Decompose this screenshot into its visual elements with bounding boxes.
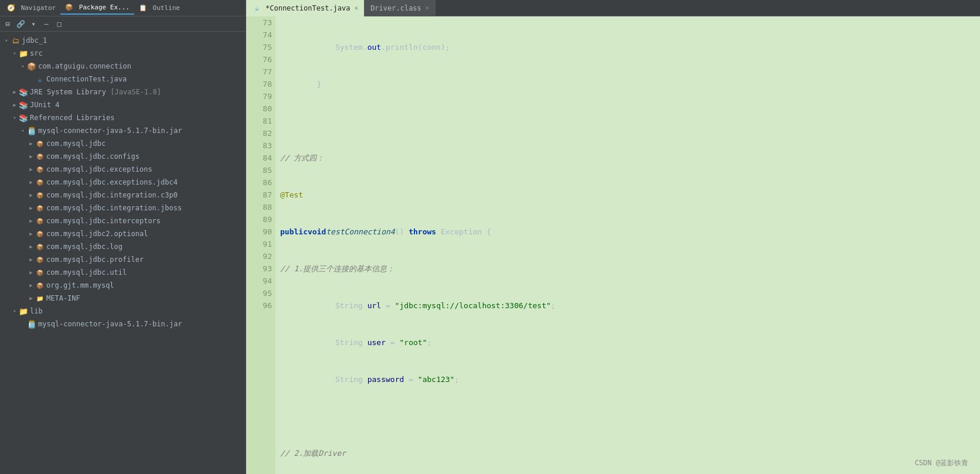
tab-navigator[interactable]: 🧭 Navigator (2, 2, 60, 14)
tree-item-pkg12[interactable]: ▶ 📦 org.gjt.mm.mysql (0, 279, 246, 292)
pkg9-icon: 📦 (35, 242, 45, 251)
minimize-button[interactable]: — (41, 19, 52, 29)
tab-package-explorer[interactable]: 📦 Package Ex... (60, 1, 134, 15)
pkg4-icon: 📦 (35, 178, 45, 187)
tree-item-pkg1[interactable]: ▶ 📦 com.mysql.jdbc (0, 137, 246, 150)
code-line-84: // 2.加载Driver (280, 447, 975, 459)
tree-item-mysql-jar[interactable]: ▾ 🫙 mysql-connector-java-5.1.7-bin.jar (0, 124, 246, 137)
code-line-77: @Test (280, 189, 975, 201)
jar-lib-icon: 🫙 (27, 319, 36, 329)
tree-item-pkg4[interactable]: ▶ 📦 com.mysql.jdbc.exceptions.jdbc4 (0, 176, 246, 189)
arrow-mysql-jar: ▾ (19, 127, 27, 135)
tree-item-meta-inf[interactable]: ▶ 📁 META-INF (0, 292, 246, 305)
lib-icon: 📁 (19, 306, 28, 316)
tree-item-pkg10[interactable]: ▶ 📦 com.mysql.jdbc.profiler (0, 253, 246, 266)
tab-driver-class[interactable]: Driver.class ✕ (365, 0, 435, 16)
arrow-meta-inf: ▶ (27, 294, 35, 302)
code-line-80: String url = "jdbc:mysql://localhost:330… (280, 299, 975, 312)
arrow-pkg6: ▶ (27, 204, 35, 212)
project-tree[interactable]: ▾ 🗂 jdbc_1 ▾ 📁 src ▾ 📦 com.atguigu.conne… (0, 32, 246, 474)
arrow-jre: ▶ (11, 88, 19, 96)
code-line-81: String user = "root"; (280, 336, 975, 349)
arrow-pkg9: ▶ (27, 243, 35, 251)
arrow-mysql-jar2 (19, 320, 27, 328)
arrow-pkg11: ▶ (27, 268, 35, 277)
label-pkg4: com.mysql.jdbc.exceptions.jdbc4 (46, 178, 178, 186)
label-pkg5: com.mysql.jdbc.integration.c3p0 (46, 191, 178, 199)
arrow-lib: ▾ (11, 307, 19, 315)
pkg5-icon: 📦 (35, 190, 45, 200)
code-line-79: // 1.提供三个连接的基本信息： (280, 262, 975, 275)
tree-item-pkg6[interactable]: ▶ 📦 com.mysql.jdbc.integration.jboss (0, 202, 246, 214)
pkg3-icon: 📦 (35, 165, 45, 174)
label-pkg9: com.mysql.jdbc.log (46, 243, 122, 251)
label-pkg12: org.gjt.mm.mysql (46, 281, 114, 289)
label-pkg11: com.mysql.jdbc.util (46, 268, 127, 277)
label-pkg3: com.mysql.jdbc.exceptions (46, 165, 152, 173)
pkg10-icon: 📦 (35, 255, 45, 264)
arrow-pkg7: ▶ (27, 217, 35, 225)
arrow-pkg1: ▶ (27, 139, 35, 148)
tab-close-driver[interactable]: ✕ (426, 4, 430, 12)
tab-close-connection-test[interactable]: ✕ (355, 4, 359, 12)
arrow-pkg3: ▶ (27, 165, 35, 173)
pkg11-icon: 📦 (35, 268, 45, 277)
tree-item-pkg2[interactable]: ▶ 📦 com.mysql.jdbc.configs (0, 150, 246, 163)
label-reflibrary: Referenced Libraries (30, 114, 115, 122)
tab-driver-class-label: Driver.class (370, 4, 421, 12)
junit-icon: 📚 (19, 100, 28, 110)
tree-item-jre[interactable]: ▶ 📚 JRE System Library [JavaSE-1.8] (0, 86, 246, 98)
code-editor[interactable]: System.out.println(conn); } // 方式四： @Tes… (275, 16, 980, 474)
navigator-icon: 🧭 (7, 4, 15, 12)
tree-item-src[interactable]: ▾ 📁 src (0, 47, 246, 60)
arrow-junit: ▶ (11, 101, 19, 109)
label-pkg8: com.mysql.jdbc2.optional (46, 230, 148, 238)
tree-item-reflibrary[interactable]: ▾ 📚 Referenced Libraries (0, 111, 246, 124)
arrow-jdbc1: ▾ (2, 36, 11, 45)
arrow-pkg12: ▶ (27, 281, 35, 289)
panel-toolbar: ⊟ 🔗 ▾ — □ (0, 16, 246, 32)
label-jre: JRE System Library [JavaSE-1.8] (30, 88, 161, 96)
tab-connection-test-label: *ConnectionTest.java (266, 4, 351, 12)
project-icon: 🗂 (11, 36, 20, 45)
tree-item-pkg5[interactable]: ▶ 📦 com.mysql.jdbc.integration.c3p0 (0, 189, 246, 202)
view-menu-button[interactable]: ▾ (28, 19, 39, 29)
label-pkg2: com.mysql.jdbc.configs (46, 152, 139, 161)
label-meta-inf: META-INF (46, 294, 80, 302)
tab-outline[interactable]: 📋 Outline (134, 2, 185, 14)
arrow-pkg4: ▶ (27, 178, 35, 186)
tree-item-package[interactable]: ▾ 📦 com.atguigu.connection (0, 60, 246, 73)
pkg6-icon: 📦 (35, 203, 45, 213)
arrow-package: ▾ (19, 62, 27, 70)
arrow-pkg5: ▶ (27, 191, 35, 199)
tree-item-lib[interactable]: ▾ 📁 lib (0, 305, 246, 318)
tree-item-mysql-jar2[interactable]: 🫙 mysql-connector-java-5.1.7-bin.jar (0, 318, 246, 330)
tree-item-jdbc1[interactable]: ▾ 🗂 jdbc_1 (0, 34, 246, 47)
meta-inf-icon: 📁 (35, 294, 45, 303)
code-line-83 (280, 410, 975, 422)
editor-tabs: ☕ *ConnectionTest.java ✕ Driver.class ✕ (246, 0, 980, 16)
arrow-reflibrary: ▾ (11, 114, 19, 122)
arrow-pkg10: ▶ (27, 255, 35, 264)
label-src: src (30, 49, 43, 57)
tree-item-junit[interactable]: ▶ 📚 JUnit 4 (0, 98, 246, 111)
code-line-82: String password = "abc123"; (280, 373, 975, 386)
tree-item-pkg8[interactable]: ▶ 📦 com.mysql.jdbc2.optional (0, 227, 246, 240)
tree-item-connectiontest[interactable]: ☕ ConnectionTest.java (0, 73, 246, 86)
label-junit: JUnit 4 (30, 101, 60, 109)
tab-connection-test[interactable]: ☕ *ConnectionTest.java ✕ (246, 0, 365, 16)
link-editor-button[interactable]: 🔗 (15, 19, 26, 29)
tree-item-pkg3[interactable]: ▶ 📦 com.mysql.jdbc.exceptions (0, 163, 246, 176)
tree-item-pkg11[interactable]: ▶ 📦 com.mysql.jdbc.util (0, 266, 246, 279)
tree-item-pkg9[interactable]: ▶ 📦 com.mysql.jdbc.log (0, 240, 246, 253)
tab-java-icon: ☕ (252, 4, 261, 13)
label-pkg7: com.mysql.jdbc.interceptors (46, 217, 161, 225)
collapse-all-button[interactable]: ⊟ (2, 19, 13, 29)
tree-item-pkg7[interactable]: ▶ 📦 com.mysql.jdbc.interceptors (0, 214, 246, 227)
pkg7-icon: 📦 (35, 216, 45, 226)
maximize-button[interactable]: □ (54, 19, 64, 29)
src-icon: 📁 (19, 49, 28, 58)
code-line-74: } (280, 78, 975, 90)
label-pkg10: com.mysql.jdbc.profiler (46, 255, 144, 264)
label-mysql-jar: mysql-connector-java-5.1.7-bin.jar (38, 127, 182, 135)
